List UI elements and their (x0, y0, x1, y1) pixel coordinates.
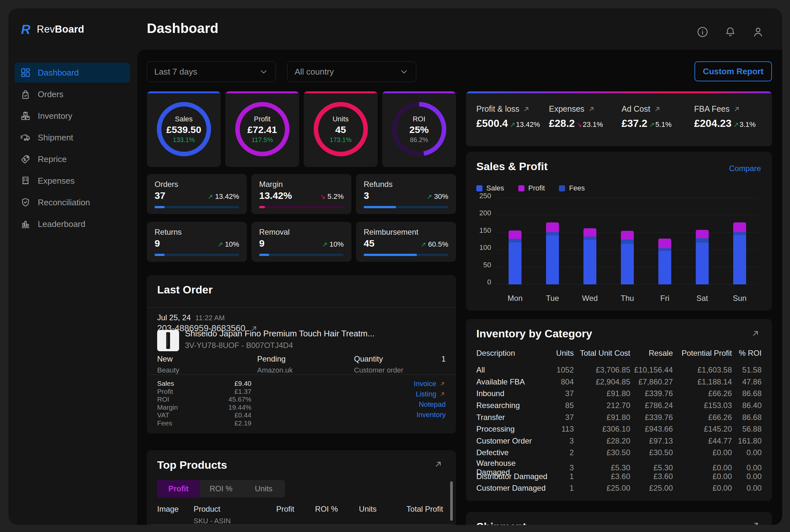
order-stats: Sales£9.40Profit£1.37ROI45.67%Margin19.4… (157, 380, 251, 427)
attribute-label-text: New (157, 355, 173, 363)
sidebar-item-expenses[interactable]: Expenses (15, 171, 130, 191)
external-link-icon[interactable] (522, 105, 530, 113)
gauge-accent-bar (304, 91, 378, 93)
order-stat-label: Fees (157, 419, 172, 427)
external-link-icon (439, 381, 446, 387)
profit-loss-stats-row: Profit & loss£500.4↗13.42%Expenses£28.2↘… (466, 93, 772, 130)
order-link-listing[interactable]: Listing (416, 391, 446, 397)
x-tick-label: Thu (609, 294, 646, 303)
gauge-accent-bar (225, 91, 299, 93)
x-tick-label: Wed (571, 294, 609, 303)
gauge-value: £72.41 (248, 124, 277, 135)
inventory-cell: 37 (551, 413, 574, 422)
sidebar-item-orders[interactable]: Orders (15, 84, 130, 104)
bar-slot-tue (534, 223, 571, 284)
inventory-cell: £25.00 (630, 483, 673, 493)
inventory-cell: 1 (551, 483, 574, 493)
top-products-tabs: ProfitROI %Units (157, 480, 285, 497)
product-thumbnail (157, 330, 179, 351)
country-select[interactable]: All country (287, 61, 416, 82)
metric-trend: ↗30% (427, 192, 448, 201)
header-icons (696, 26, 764, 38)
inventory-cell: 1052 (551, 365, 574, 375)
brand-rev: Rev (37, 23, 55, 35)
top-products-title: Top Products (157, 459, 227, 471)
inventory-title: Inventory by Category (476, 327, 592, 340)
external-link-icon[interactable] (654, 105, 661, 113)
bar-segment-sales (733, 235, 746, 284)
metric-trend: ↘5.2% (320, 192, 344, 201)
gauge-value: 25% (409, 124, 428, 135)
sidebar-item-leaderboard[interactable]: Leaderboard (15, 214, 130, 234)
bar-slot-mon (496, 230, 534, 284)
order-stat-value: £9.40 (234, 380, 251, 387)
country-value: All country (295, 67, 334, 77)
trend-up-icon: ↗ (217, 241, 223, 248)
gauge-label: ROI (413, 115, 425, 123)
external-link-icon[interactable] (587, 105, 595, 113)
external-link-icon[interactable] (733, 105, 740, 113)
inventory-cell: 37 (551, 389, 574, 398)
sidebar-item-shipment[interactable]: Shipment (15, 128, 130, 148)
pl-stat-trend: ↗13.42% (510, 120, 540, 129)
inventory-header-total-unit-cost: Total Unit Cost (574, 349, 630, 358)
metric-trend-value: 5.2% (328, 192, 344, 201)
external-link-icon[interactable] (751, 520, 760, 525)
inventory-cell: £5.30 (574, 463, 630, 472)
pl-stat-profit-loss: Profit & loss£500.4↗13.42% (476, 104, 549, 130)
metric-progress-track (364, 254, 448, 256)
inventory-cell: 212.70 (574, 401, 630, 410)
order-stat-value: 45.67% (229, 396, 251, 403)
metric-progress-track (259, 206, 344, 208)
gauge-card-profit: Profit£72.41117.5% (225, 91, 299, 167)
order-link-invoice[interactable]: Invoice (414, 380, 446, 387)
trend-up-icon: ↗ (427, 193, 432, 200)
shield-icon (20, 197, 31, 208)
metric-value-row: 13.42%↘5.2% (259, 190, 344, 201)
inventory-cell: £44.77 (673, 436, 732, 445)
sidebar-item-label: Leaderboard (38, 219, 85, 229)
tab-profit[interactable]: Profit (157, 480, 200, 497)
external-link-icon[interactable] (751, 329, 760, 338)
custom-report-button[interactable]: Custom Report (694, 61, 772, 81)
legend-label: Profit (528, 184, 545, 192)
order-link-notepad[interactable]: Notepad (419, 401, 446, 408)
bar-segment-sales (621, 244, 634, 284)
sidebar-item-inventory[interactable]: Inventory (15, 106, 130, 126)
bar-tue (546, 223, 559, 284)
top-products-column-profit: Profit (252, 505, 294, 514)
metric-value: 3 (364, 190, 369, 201)
sidebar-item-reprice[interactable]: Reprice (15, 149, 130, 169)
inventory-header-resale: Resale (630, 349, 673, 358)
top-products-header: ImageProductProfitROI %UnitsTotal Profit… (157, 505, 443, 525)
external-link-icon[interactable] (433, 459, 443, 469)
metric-trend: ↗10% (217, 240, 239, 249)
inventory-row-inbound: Inbound37£91.80£339.76£66.2686.68 (476, 388, 762, 400)
info-icon[interactable] (696, 26, 709, 38)
bell-icon[interactable] (724, 26, 736, 38)
user-icon[interactable] (752, 26, 764, 38)
date-range-select[interactable]: Last 7 days (147, 61, 276, 82)
gauge-accent-bar (382, 91, 456, 93)
tab-roi-[interactable]: ROI % (200, 480, 242, 497)
tab-units[interactable]: Units (242, 480, 285, 497)
inventory-cell: £91.80 (574, 413, 630, 422)
inventory-row-warehouse-damaged: Warehouse Damaged3£5.30£5.30£0.000.00 (476, 459, 762, 471)
inventory-cell: £0.00 (673, 483, 732, 493)
scrollbar-thumb[interactable] (450, 481, 453, 521)
pl-stat-label: FBA Fees (694, 104, 767, 114)
gauge-cards: Sales£539.50133.1%Profit£72.41117.5%Unit… (147, 91, 456, 167)
pl-stat-label-text: Expenses (549, 104, 584, 114)
bar-segment-fees (658, 248, 671, 251)
order-stat-label: VAT (157, 411, 169, 419)
legend-item-profit: Profit (518, 184, 545, 192)
order-link-inventory[interactable]: Inventory (417, 411, 446, 418)
attribute-label-text: Pending (257, 355, 286, 363)
inventory-cell: £3,706.85 (574, 365, 630, 375)
sidebar-item-dashboard[interactable]: Dashboard (15, 63, 130, 83)
order-stat-row-fees: Fees£2.19 (157, 419, 251, 428)
sidebar-item-reconciliation[interactable]: Reconciliation (15, 192, 130, 212)
order-date: Jul 25, 24 (157, 313, 191, 322)
order-attribute: PendingAmazon.uk (257, 355, 354, 375)
compare-link[interactable]: Compare (729, 164, 761, 173)
